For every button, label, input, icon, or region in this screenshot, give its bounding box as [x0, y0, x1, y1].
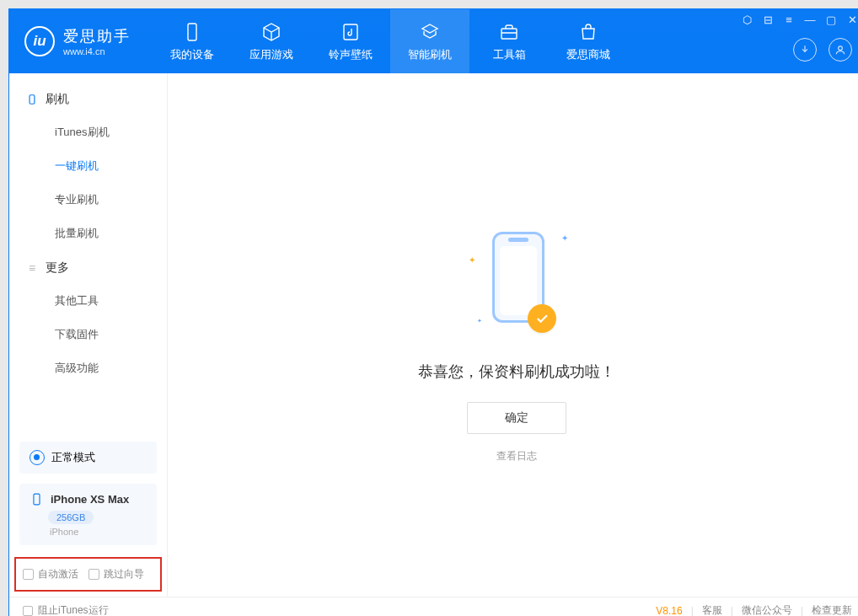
minimize-button[interactable]: — [803, 13, 817, 26]
sidebar-item-other-tools[interactable]: 其他工具 [9, 284, 167, 318]
user-button[interactable] [829, 38, 852, 62]
titlebar: iu 爱思助手 www.i4.cn 我的设备 应用游戏 铃声壁纸 智能刷机 [9, 9, 858, 73]
tab-toolbox[interactable]: 工具箱 [469, 9, 549, 73]
checkbox-label: 阻止iTunes运行 [38, 603, 109, 616]
sparkle-icon: ✦ [477, 318, 482, 324]
device-name: iPhone XS Max [51, 493, 129, 506]
tab-my-device[interactable]: 我的设备 [153, 9, 232, 73]
sidebar-item-pro-flash[interactable]: 专业刷机 [9, 183, 167, 217]
success-message: 恭喜您，保资料刷机成功啦！ [418, 362, 615, 382]
checkbox-label: 自动激活 [38, 567, 78, 581]
checkbox-icon [88, 569, 99, 580]
device-card[interactable]: iPhone XS Max 256GB iPhone [19, 484, 157, 545]
sparkle-icon: ✦ [469, 255, 475, 265]
group-label: 更多 [46, 260, 69, 276]
window-controls-row2 [793, 38, 852, 62]
group-label: 刷机 [46, 92, 69, 107]
sidebar-item-advanced[interactable]: 高级功能 [9, 351, 167, 385]
music-icon [340, 21, 362, 43]
main-content: ✦ ✦ ✦ 恭喜您，保资料刷机成功啦！ 确定 查看日志 [168, 73, 858, 597]
check-update-link[interactable]: 检查更新 [812, 603, 852, 616]
sparkle-icon: ✦ [561, 233, 568, 243]
sidebar-item-batch-flash[interactable]: 批量刷机 [9, 217, 167, 250]
toolbox-icon [498, 21, 520, 43]
check-badge-icon [528, 304, 556, 333]
tab-label: 工具箱 [493, 47, 526, 62]
checkbox-skip-guide[interactable]: 跳过向导 [88, 567, 144, 581]
body: 刷机 iTunes刷机 一键刷机 专业刷机 批量刷机 ≡ 更多 其他工具 下载固… [9, 73, 858, 597]
menu-icon[interactable]: ≡ [782, 13, 796, 26]
svg-rect-1 [344, 24, 357, 40]
shirt-icon[interactable]: ⬡ [740, 13, 753, 26]
options-highlight-box: 自动激活 跳过向导 [14, 557, 162, 592]
wechat-link[interactable]: 微信公众号 [742, 603, 792, 616]
mode-card[interactable]: 正常模式 [19, 442, 157, 474]
device-icon [26, 94, 38, 105]
view-log-link[interactable]: 查看日志 [496, 449, 537, 463]
list-icon: ≡ [26, 262, 38, 274]
app-window: iu 爱思助手 www.i4.cn 我的设备 应用游戏 铃声壁纸 智能刷机 [8, 8, 858, 616]
close-button[interactable]: ✕ [845, 13, 858, 26]
checkbox-label: 跳过向导 [104, 567, 144, 581]
tab-apps[interactable]: 应用游戏 [232, 9, 311, 73]
checkbox-block-itunes[interactable]: 阻止iTunes运行 [23, 603, 109, 616]
device-type: iPhone [50, 527, 147, 537]
window-controls-row1: ⬡ ⊟ ≡ — ▢ ✕ [740, 13, 858, 26]
tab-flash[interactable]: 智能刷机 [390, 9, 469, 73]
download-button[interactable] [793, 38, 817, 62]
logo-icon: iu [24, 26, 55, 56]
storage-badge: 256GB [48, 511, 94, 524]
mode-label: 正常模式 [51, 450, 95, 465]
tab-label: 智能刷机 [408, 47, 452, 62]
tab-label: 爱思商城 [566, 47, 610, 62]
sidebar-item-download-firmware[interactable]: 下载固件 [9, 318, 167, 351]
sidebar-group-flash: 刷机 [9, 82, 167, 115]
ok-button[interactable]: 确定 [467, 402, 566, 434]
sidebar-group-more: ≡ 更多 [9, 250, 167, 284]
svg-rect-0 [188, 24, 196, 40]
checkbox-icon [23, 606, 33, 616]
mode-icon [29, 450, 45, 465]
success-illustration: ✦ ✦ ✦ [453, 223, 580, 341]
checkbox-icon [23, 569, 34, 580]
svg-rect-2 [501, 29, 517, 39]
refresh-icon [419, 21, 441, 43]
phone-icon [181, 21, 203, 43]
svg-point-3 [839, 46, 843, 51]
logo-text: 爱思助手 www.i4.cn [63, 26, 131, 56]
statusbar: 阻止iTunes运行 V8.16 | 客服 | 微信公众号 | 检查更新 [9, 597, 858, 616]
svg-rect-4 [29, 95, 35, 104]
nav-tabs: 我的设备 应用游戏 铃声壁纸 智能刷机 工具箱 爱思商城 [153, 9, 628, 73]
tab-label: 铃声壁纸 [329, 47, 373, 62]
sidebar-item-itunes-flash[interactable]: iTunes刷机 [9, 115, 167, 149]
device-phone-icon [29, 492, 44, 506]
checkbox-auto-activate[interactable]: 自动激活 [23, 567, 78, 581]
maximize-button[interactable]: ▢ [824, 13, 838, 26]
tab-label: 应用游戏 [249, 47, 293, 62]
cube-icon [260, 21, 282, 43]
logo: iu 爱思助手 www.i4.cn [9, 26, 146, 56]
lock-icon[interactable]: ⊟ [761, 13, 775, 26]
tab-label: 我的设备 [170, 47, 214, 62]
app-url: www.i4.cn [63, 46, 131, 56]
app-name: 爱思助手 [63, 26, 131, 46]
tab-store[interactable]: 爱思商城 [549, 9, 628, 73]
sidebar: 刷机 iTunes刷机 一键刷机 专业刷机 批量刷机 ≡ 更多 其他工具 下载固… [9, 73, 168, 597]
version-label: V8.16 [656, 605, 682, 617]
tab-ringtones[interactable]: 铃声壁纸 [311, 9, 390, 73]
support-link[interactable]: 客服 [702, 603, 722, 616]
bag-icon [577, 21, 599, 43]
svg-rect-5 [34, 494, 40, 505]
sidebar-item-onekey-flash[interactable]: 一键刷机 [9, 149, 167, 183]
